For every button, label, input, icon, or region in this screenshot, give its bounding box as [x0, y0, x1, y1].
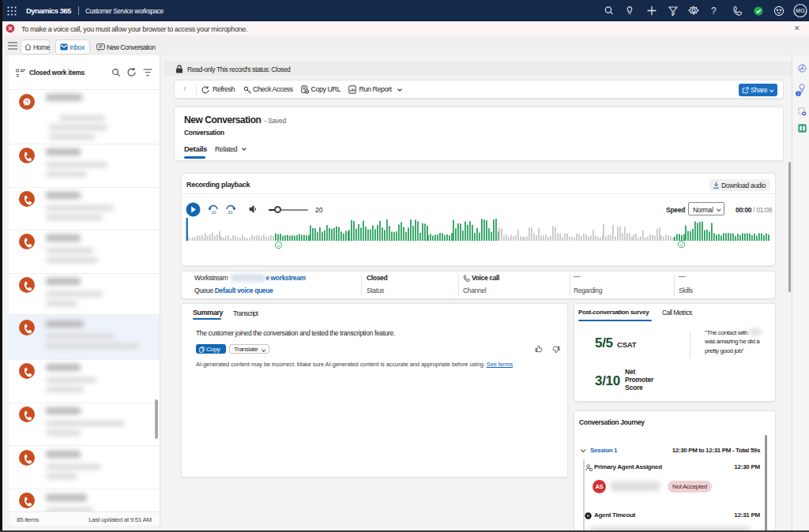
svg-text:MG: MG	[796, 8, 804, 13]
svg-text:2: 2	[797, 91, 800, 96]
